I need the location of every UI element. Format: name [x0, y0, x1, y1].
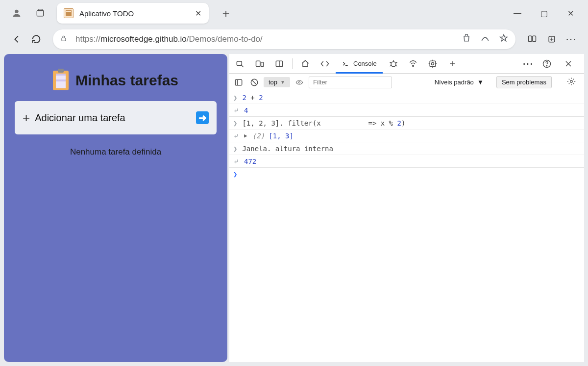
- console-tab[interactable]: Console: [336, 55, 383, 74]
- profile-button[interactable]: [8, 4, 25, 22]
- shopping-icon[interactable]: [462, 33, 471, 46]
- menu-button[interactable]: ⋯: [562, 33, 581, 46]
- network-conditions-icon[interactable]: [404, 56, 422, 72]
- close-tab-icon[interactable]: ✕: [192, 9, 204, 18]
- svg-rect-17: [235, 79, 242, 85]
- app-title: Minhas tarefas: [15, 65, 217, 96]
- prompt-caret-icon: ❯: [233, 170, 237, 178]
- sidebar-toggle-icon[interactable]: [232, 75, 245, 90]
- input-caret-icon: ❯: [233, 94, 237, 102]
- refresh-button[interactable]: [26, 29, 46, 49]
- devtools-menu-icon[interactable]: ⋯: [522, 57, 534, 70]
- expand-icon[interactable]: ▶: [244, 132, 247, 139]
- url-text: https://microsoftedge.github.io/Demos/de…: [75, 34, 462, 44]
- svg-point-12: [412, 65, 414, 66]
- clear-console-icon[interactable]: [248, 75, 261, 90]
- svg-point-16: [546, 65, 547, 66]
- dock-icon[interactable]: [270, 56, 288, 72]
- svg-rect-4: [529, 36, 532, 42]
- device-icon[interactable]: [251, 56, 269, 72]
- svg-rect-8: [256, 61, 260, 67]
- console-toolbar: top▼ Níveis padrão ▼ Sem problemas: [229, 74, 584, 91]
- devtools-tabs: Console ⋯: [229, 54, 584, 74]
- inspect-icon[interactable]: [231, 56, 249, 72]
- svg-rect-13: [430, 61, 436, 67]
- svg-point-0: [15, 10, 18, 13]
- address-bar[interactable]: https://microsoftedge.github.io/Demos/de…: [53, 29, 515, 49]
- empty-state-text: Nenhuma tarefa definida: [15, 147, 217, 157]
- live-expression-icon[interactable]: [293, 75, 306, 90]
- bug-icon[interactable]: [385, 56, 402, 72]
- back-button[interactable]: [7, 29, 26, 49]
- tab-overview-button[interactable]: [31, 4, 49, 22]
- welcome-tab[interactable]: [296, 56, 314, 72]
- elements-tab[interactable]: [316, 56, 334, 72]
- svg-rect-2: [38, 9, 42, 11]
- new-tab-button[interactable]: ＋: [216, 3, 236, 24]
- performance-icon[interactable]: [424, 56, 441, 72]
- svg-rect-9: [261, 62, 264, 66]
- console-settings-icon[interactable]: [564, 77, 578, 87]
- close-window-icon[interactable]: ✕: [565, 9, 575, 18]
- svg-rect-5: [533, 36, 536, 42]
- console-prompt[interactable]: ❯: [229, 168, 584, 181]
- address-bar-row: https://microsoftedge.github.io/Demos/de…: [0, 26, 588, 52]
- console-input-row: ❯ Janela. altura interna: [229, 142, 584, 155]
- close-devtools-icon[interactable]: [560, 56, 577, 72]
- address-actions: [462, 33, 509, 46]
- titlebar: Aplicativo TODO ✕ ＋ — ▢ ✕: [0, 0, 588, 26]
- input-caret-icon: ❯: [233, 145, 237, 153]
- submit-task-button[interactable]: ➜: [196, 111, 209, 124]
- console-output-row: ⤶ 4: [229, 104, 584, 117]
- console-input-row: ❯ 2 + 2: [229, 91, 584, 104]
- console-output-row: ⤶ 472: [229, 155, 584, 168]
- output-caret-icon: ⤶: [233, 106, 239, 114]
- lock-icon: [60, 34, 68, 45]
- add-task-input[interactable]: + Adicionar uma tarefa ➜: [15, 101, 217, 134]
- tab-title: Aplicativo TODO: [79, 9, 192, 18]
- console-output-row: ⤶ ▶ (2) [1, 3]: [229, 130, 584, 142]
- todo-app: Minhas tarefas + Adicionar uma tarefa ➜ …: [4, 54, 227, 362]
- console-body[interactable]: ❯ 2 + 2 ⤶ 4 ❯ [1, 2, 3]. filter(x => x %…: [229, 91, 584, 362]
- input-caret-icon: ❯: [233, 119, 237, 127]
- devtools-panel: Console ⋯ top▼ Níveis padrão ▼ Sem probl…: [229, 54, 584, 362]
- log-levels-selector[interactable]: Níveis padrão ▼: [435, 78, 484, 86]
- app-title-text: Minhas tarefas: [75, 72, 178, 89]
- more-tabs-icon[interactable]: [443, 56, 461, 72]
- svg-point-20: [570, 80, 573, 83]
- output-caret-icon: ⤶: [233, 132, 239, 140]
- read-aloud-icon[interactable]: [480, 33, 490, 46]
- favorite-icon[interactable]: [499, 33, 509, 46]
- console-tab-label: Console: [353, 60, 377, 67]
- window-controls: — ▢ ✕: [513, 9, 583, 18]
- help-icon[interactable]: [538, 56, 556, 72]
- content: Minhas tarefas + Adicionar uma tarefa ➜ …: [0, 52, 588, 366]
- plus-icon: +: [23, 110, 30, 126]
- svg-point-14: [431, 62, 434, 65]
- context-selector[interactable]: top▼: [264, 77, 290, 87]
- console-input-row: ❯ [1, 2, 3]. filter(x => x % 2): [229, 117, 584, 130]
- svg-rect-1: [37, 10, 43, 16]
- browser-tab[interactable]: Aplicativo TODO ✕: [57, 3, 209, 24]
- toolbar-right: Níveis padrão ▼ Sem problemas: [435, 76, 581, 88]
- maximize-icon[interactable]: ▢: [539, 9, 549, 18]
- svg-point-11: [391, 61, 396, 66]
- clipboard-icon: [53, 71, 69, 90]
- collections-button[interactable]: [542, 34, 562, 45]
- add-task-placeholder: Adicionar uma tarefa: [35, 112, 125, 124]
- tab-favicon: [64, 8, 74, 18]
- split-screen-button[interactable]: [522, 34, 542, 45]
- issues-button[interactable]: Sem problemas: [496, 76, 552, 88]
- svg-point-19: [298, 81, 300, 83]
- minimize-icon[interactable]: —: [513, 9, 522, 18]
- output-caret-icon: ⤶: [233, 157, 239, 165]
- svg-rect-3: [62, 38, 66, 41]
- filter-input[interactable]: [309, 77, 392, 88]
